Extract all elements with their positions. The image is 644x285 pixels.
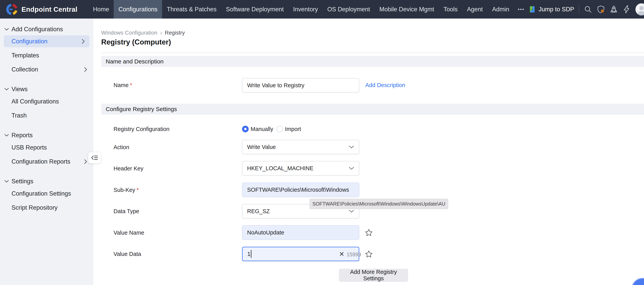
- sidebar-item-configuration-settings[interactable]: Configuration Settings: [12, 188, 71, 199]
- nav-item-agent[interactable]: Agent: [462, 0, 488, 19]
- main-content: Windows Configuration › Registry Registr…: [94, 19, 644, 285]
- sidebar-item-script-repository[interactable]: Script Repository: [12, 202, 58, 213]
- breadcrumb-parent[interactable]: Windows Configuration: [101, 30, 158, 36]
- header-key-select[interactable]: HKEY_LOCAL_MACHINE: [242, 161, 359, 175]
- page-title: Registry (Computer): [101, 38, 171, 46]
- jump-to-sdp-label: Jump to SDP: [538, 6, 574, 13]
- title-divider: [101, 53, 644, 53]
- nav-item-os-deployment[interactable]: OS Deployment: [322, 0, 375, 19]
- value-name-input[interactable]: NoAutoUpdate: [242, 225, 359, 240]
- sidebar-section-views[interactable]: Views: [0, 83, 93, 95]
- brand-title: Endpoint Central: [22, 6, 78, 13]
- sidebar-section-title: Views: [12, 86, 28, 93]
- sidebar-item-usb-reports[interactable]: USB Reports: [12, 142, 47, 153]
- chevron-down-icon: [4, 180, 9, 183]
- section-header-name-description: Name and Description: [101, 56, 644, 67]
- chevron-down-icon: [4, 134, 9, 137]
- sidebar-section-title: Add Configurations: [12, 26, 63, 33]
- sidebar: Add Configurations Configuration Templat…: [0, 19, 93, 285]
- name-input[interactable]: Write Value to Registry: [242, 78, 359, 93]
- sub-key-label: Sub-Key*: [114, 186, 139, 194]
- sub-key-tooltip: SOFTWARE\Policies\Microsoft\Windows\Wind…: [310, 199, 448, 209]
- breadcrumb: Windows Configuration › Registry: [101, 29, 185, 37]
- sidebar-item-templates[interactable]: Templates: [12, 50, 39, 61]
- value-name-favorite-star-icon[interactable]: [365, 229, 373, 237]
- nav-item-configurations[interactable]: Configurations: [114, 0, 162, 19]
- endpoint-central-logo-icon: [6, 3, 18, 16]
- nav-item-admin[interactable]: Admin: [488, 0, 514, 19]
- sidebar-section-add-configurations[interactable]: Add Configurations: [0, 24, 93, 35]
- value-data-favorite-star-icon[interactable]: [365, 250, 373, 258]
- chevron-down-icon: [4, 28, 9, 31]
- nav-more-ellipsis[interactable]: •••: [514, 0, 528, 19]
- security-shield-icon[interactable]: [597, 5, 605, 14]
- user-avatar[interactable]: [636, 3, 644, 16]
- nav-item-threats-patches[interactable]: Threats & Patches: [162, 0, 221, 19]
- sidebar-item-trash[interactable]: Trash: [12, 110, 27, 121]
- sub-key-input[interactable]: SOFTWARE\Policies\Microsoft\Windows: [242, 182, 359, 197]
- lightning-icon[interactable]: [622, 5, 631, 14]
- rocket-icon[interactable]: [610, 5, 618, 14]
- sidebar-section-settings[interactable]: Settings: [0, 175, 93, 187]
- add-more-registry-settings-button[interactable]: Add More Registry Settings: [339, 269, 408, 282]
- nav-divider: [579, 5, 579, 14]
- data-type-label: Data Type: [114, 207, 139, 215]
- chevron-right-icon: [84, 64, 87, 75]
- top-nav: Endpoint Central Home Configurations Thr…: [0, 0, 644, 19]
- breadcrumb-separator: ›: [160, 30, 162, 36]
- breadcrumb-current: Registry: [165, 30, 185, 36]
- primary-nav: Home Configurations Threats & Patches So…: [88, 0, 528, 19]
- required-asterisk: *: [136, 187, 139, 193]
- sidebar-item-collection[interactable]: Collection: [12, 64, 38, 75]
- chevron-down-icon: [349, 210, 354, 213]
- sidebar-item-configuration-reports[interactable]: Configuration Reports: [12, 156, 70, 167]
- chevron-right-icon: [82, 39, 85, 44]
- action-label: Action: [114, 143, 129, 151]
- nav-item-home[interactable]: Home: [88, 0, 114, 19]
- name-label: Name*: [114, 81, 132, 89]
- nav-item-mobile-device-mgmt[interactable]: Mobile Device Mgmt: [375, 0, 439, 19]
- chevron-down-icon: [349, 145, 354, 149]
- sidebar-collapse-button[interactable]: [88, 152, 101, 163]
- registry-configuration-label: Registry Configuration: [114, 125, 170, 133]
- radio-manually[interactable]: [242, 126, 249, 132]
- sidebar-section-title: Reports: [12, 132, 33, 139]
- sidebar-item-all-configurations[interactable]: All Configurations: [12, 96, 59, 107]
- chevron-right-icon: [84, 156, 87, 167]
- chevron-down-icon: [4, 88, 9, 91]
- radio-import[interactable]: [276, 126, 283, 132]
- add-description-link[interactable]: Add Description: [365, 81, 405, 89]
- nav-item-tools[interactable]: Tools: [439, 0, 462, 19]
- jump-to-sdp-button[interactable]: Jump to SDP: [528, 6, 574, 13]
- value-data-label: Value Data: [114, 250, 141, 258]
- collapse-menu-icon: [91, 155, 98, 161]
- sidebar-item-label: Configuration: [12, 38, 48, 45]
- sidebar-section-title: Settings: [12, 178, 33, 185]
- text-cursor: [251, 250, 252, 258]
- nav-right-cluster: Jump to SDP: [528, 3, 644, 16]
- required-asterisk: *: [130, 82, 132, 88]
- value-data-char-counter: 15999: [346, 252, 361, 258]
- value-name-label: Value Name: [114, 229, 144, 237]
- sdp-icon: [528, 6, 536, 13]
- registry-configuration-radio-group: Manually Import: [242, 125, 304, 133]
- search-icon[interactable]: [584, 5, 592, 14]
- chevron-down-icon: [349, 167, 354, 170]
- nav-item-software-deployment[interactable]: Software Deployment: [221, 0, 288, 19]
- action-select[interactable]: Write Value: [242, 140, 359, 154]
- value-data-clear-icon[interactable]: ✕: [338, 250, 346, 258]
- radio-import-label[interactable]: Import: [285, 126, 301, 132]
- brand[interactable]: Endpoint Central: [6, 3, 78, 16]
- sidebar-section-reports[interactable]: Reports: [0, 129, 93, 141]
- section-header-configure-registry: Configure Registry Settings: [101, 104, 644, 115]
- header-key-label: Header Key: [114, 165, 143, 172]
- radio-manually-label[interactable]: Manually: [250, 126, 273, 132]
- nav-item-inventory[interactable]: Inventory: [288, 0, 323, 19]
- sidebar-item-configuration[interactable]: Configuration: [4, 35, 90, 47]
